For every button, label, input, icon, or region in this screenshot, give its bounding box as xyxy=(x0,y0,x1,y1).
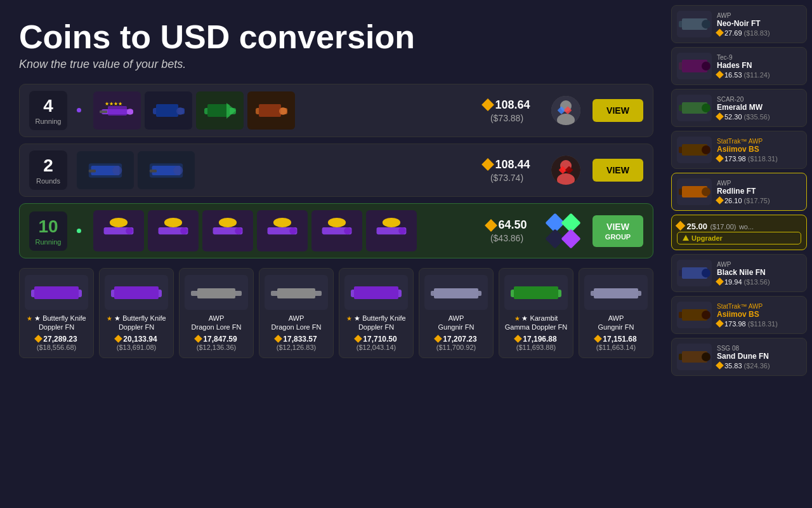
sidebar-item-info-0: AWP Neo-Noir FT 27.69 ($18.83) xyxy=(717,12,801,37)
svg-point-90 xyxy=(702,352,710,361)
mini-coin-3 xyxy=(274,335,282,343)
svg-rect-55 xyxy=(197,288,235,298)
view-button-2[interactable]: VIEW xyxy=(593,159,643,182)
bottom-item-img-1 xyxy=(105,275,168,310)
svg-rect-1 xyxy=(108,106,127,116)
round-number-2: 2 xyxy=(32,156,64,176)
avatar-area-2 xyxy=(548,156,583,185)
bottom-item-name-4: ★ ★ Butterfly Knife Doppler FN xyxy=(344,314,408,332)
svg-point-80 xyxy=(702,187,710,196)
round-status-1: Running xyxy=(32,117,64,125)
avatar-area-3 xyxy=(548,216,583,246)
mini-coin-5 xyxy=(434,335,442,343)
item-thumb-1-3 xyxy=(196,91,244,130)
round-number-1: 4 xyxy=(32,96,64,116)
diamond-4 xyxy=(561,229,580,249)
sidebar-item-4[interactable]: AWP Redline FT 26.10 ($17.75) xyxy=(671,173,807,211)
sidebar-item-0[interactable]: AWP Neo-Noir FT 27.69 ($18.83) xyxy=(671,5,807,43)
sidebar-item-info-1: Tec-9 Hades FN 16.53 ($11.24) xyxy=(717,54,801,79)
sidebar-mini-coin-2 xyxy=(716,112,724,121)
avatar-area-1 xyxy=(548,96,583,125)
sidebar-item-info-8: SSG 08 Sand Dune FN 35.83 ($24.36) xyxy=(717,345,801,370)
usd-amount-3: ($43.86) xyxy=(490,233,523,243)
round-card-3: 10 Running xyxy=(19,203,653,258)
bottom-item-name-5: AWP Gungnir FN xyxy=(424,314,488,332)
round-number-3: 10 xyxy=(32,217,64,237)
bottom-card-3: AWP Dragon Lore FN 17,833.57 ($12,126.83… xyxy=(259,268,334,358)
svg-marker-10 xyxy=(226,103,236,119)
bottom-item-img-4 xyxy=(344,275,408,310)
item-thumb-3-1 xyxy=(93,210,144,251)
item-thumb-3-6 xyxy=(366,210,417,251)
coin-amount-3: 64.50 xyxy=(498,218,527,232)
mini-coin-0 xyxy=(34,335,43,343)
bottom-card-2: AWP Dragon Lore FN 17,847.59 ($12,136.36… xyxy=(179,268,254,358)
sidebar-item-info-3: StatTrak™ AWP Asiimov BS 173.98 ($118.31… xyxy=(717,138,801,163)
round-status-2: Rounds xyxy=(32,177,64,185)
svg-rect-22 xyxy=(89,170,96,173)
svg-point-68 xyxy=(702,20,710,29)
sidebar: AWP Neo-Noir FT 27.69 ($18.83) Tec-9 Had… xyxy=(666,0,812,508)
svg-point-33 xyxy=(110,218,128,227)
coin-icon-3 xyxy=(485,219,498,232)
sidebar-item-img-0 xyxy=(677,11,712,37)
rounds-container: 4 Running ★★★★ xyxy=(19,84,653,258)
svg-rect-26 xyxy=(150,170,157,173)
sidebar-item-info-6: AWP Black Nile FN 19.94 ($13.56) xyxy=(717,261,801,286)
svg-point-37 xyxy=(180,227,187,234)
sidebar-item-img-1 xyxy=(677,53,712,79)
item-thumb-2-1 xyxy=(77,151,134,189)
svg-point-87 xyxy=(702,311,710,319)
svg-point-71 xyxy=(702,62,710,70)
coin-amount-2: 108.44 xyxy=(495,158,530,171)
svg-rect-61 xyxy=(434,288,478,298)
page-title: Coins to USD conversion xyxy=(19,19,653,55)
svg-rect-63 xyxy=(514,286,558,299)
item-thumb-3-5 xyxy=(311,210,362,251)
round-number-box-3: 10 Running xyxy=(29,211,67,251)
sidebar-item-3[interactable]: StatTrak™ AWP Asiimov BS 173.98 ($118.31… xyxy=(671,131,807,169)
svg-rect-59 xyxy=(354,286,398,299)
bottom-item-name-1: ★ ★ Butterfly Knife Doppler FN xyxy=(105,314,168,332)
svg-rect-6 xyxy=(156,104,178,117)
svg-point-42 xyxy=(273,218,291,227)
bullet-dot-1 xyxy=(77,108,81,112)
item-thumb-2-2 xyxy=(138,151,195,189)
svg-point-48 xyxy=(383,218,400,227)
sidebar-mini-coin-3 xyxy=(716,154,724,163)
sidebar-item-7[interactable]: StatTrak™ AWP Asiimov BS 173.98 ($118.31… xyxy=(671,296,807,334)
mini-coin-7 xyxy=(594,335,602,343)
bottom-item-img-6 xyxy=(504,275,568,310)
view-button-3[interactable]: VIEW GROUP xyxy=(593,215,643,247)
sidebar-mini-coin-7 xyxy=(716,319,724,328)
coin-value-1: 108.64 ($73.88) xyxy=(475,98,539,123)
item-thumb-1-2 xyxy=(145,91,192,130)
sidebar-item-img-3 xyxy=(677,137,712,163)
items-preview-3 xyxy=(93,210,466,251)
items-preview-1: ★★★★ xyxy=(93,91,466,130)
item-thumb-3-2 xyxy=(148,210,199,251)
sidebar-item-2[interactable]: SCAR-20 Emerald MW 52.30 ($35.56) xyxy=(671,89,807,127)
sidebar-item-info-7: StatTrak™ AWP Asiimov BS 173.98 ($118.31… xyxy=(717,303,801,328)
avatar-1 xyxy=(551,96,580,125)
svg-point-84 xyxy=(702,269,710,277)
svg-point-21 xyxy=(112,166,122,175)
sidebar-item-8[interactable]: SSG 08 Sand Dune FN 35.83 ($24.36) xyxy=(671,338,807,376)
view-button-1[interactable]: VIEW xyxy=(593,99,643,122)
sidebar-item-img-6 xyxy=(677,260,712,286)
upgrader-badge: Upgrader xyxy=(677,232,801,244)
svg-point-43 xyxy=(289,227,296,234)
sidebar-mini-coin-8 xyxy=(716,361,724,370)
svg-point-7 xyxy=(176,107,184,115)
sidebar-item-5[interactable]: 25.00 ($17.00) wo... Upgrader xyxy=(671,215,807,250)
svg-rect-53 xyxy=(114,286,159,299)
sidebar-mini-coin-0 xyxy=(716,29,724,37)
svg-marker-81 xyxy=(683,235,689,241)
bottom-item-name-6: ★ ★ Karambit Gamma Doppler FN xyxy=(504,314,568,332)
sidebar-item-6[interactable]: AWP Black Nile FN 19.94 ($13.56) xyxy=(671,254,807,292)
sidebar-item-1[interactable]: Tec-9 Hades FN 16.53 ($11.24) xyxy=(671,47,807,85)
bottom-item-img-5 xyxy=(424,275,488,310)
round-card-1: 4 Running ★★★★ xyxy=(19,84,653,137)
svg-point-77 xyxy=(702,145,710,154)
sidebar-mini-coin-1 xyxy=(716,70,724,79)
